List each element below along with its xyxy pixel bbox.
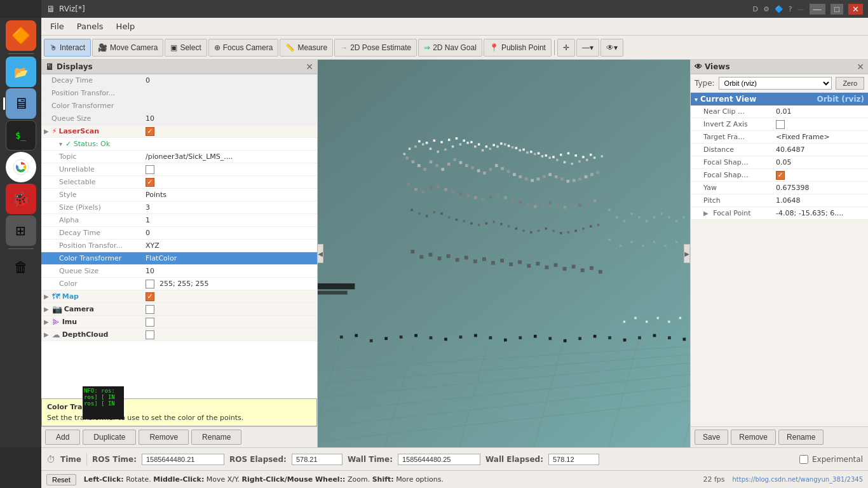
svg-rect-97 [556,203,559,207]
color-value[interactable]: 255; 255; 255 [143,278,317,290]
camera-checkbox[interactable] [146,305,154,314]
publish-point-button[interactable]: 📍 Publish Point [484,39,552,57]
menu-panels[interactable]: Panels [71,19,110,34]
toolbar-line-button[interactable]: —▾ [576,39,599,57]
wall-time-input[interactable] [398,454,480,465]
map-checkbox[interactable] [146,292,154,301]
map-row[interactable]: ▶ 🗺 Map [41,290,317,303]
svg-rect-95 [541,203,545,206]
decay-time-value[interactable]: 0 [143,227,317,238]
depthcloud-checkbox[interactable] [146,330,154,339]
near-clip-value[interactable]: 0.01 [773,106,868,117]
ros-elapsed-input[interactable] [292,454,342,465]
pos-transformer-value[interactable]: XYZ [143,240,317,251]
menu-help[interactable]: Help [110,19,142,34]
size-value[interactable]: 3 [143,202,317,213]
imu-row[interactable]: ▶ ⫸ Imu [41,316,317,329]
dock-rviz[interactable]: 🖥 [6,88,36,119]
svg-rect-197 [608,239,611,241]
displays-icon: 🖥 [45,62,54,72]
select-button[interactable]: ▣ Select [165,39,207,57]
laserscan-checkbox[interactable] [146,127,154,136]
publish-icon: 📍 [489,43,499,52]
laserscan-row[interactable]: ▶ ⚡ LaserScan [41,125,317,138]
nav-goal-button[interactable]: ⇒ 2D Nav Goal [418,39,482,57]
current-view-expand[interactable]: ▾ [695,96,698,103]
minimize-button[interactable]: — [810,4,825,15]
dock-terminal[interactable]: $_ [6,120,36,151]
interact-button[interactable]: 🖱 Interact [44,39,91,57]
reset-button[interactable]: Reset [46,474,76,485]
laserscan-expand[interactable]: ▶ [44,128,49,135]
status-expand[interactable]: ▾ [59,140,62,147]
rename-button[interactable]: Rename [191,430,241,445]
dock-ubuntu[interactable]: 🔶 [6,20,36,51]
viewport-collapse-right[interactable]: ▶ [684,244,690,263]
focus-camera-button[interactable]: ⊕ Focus Camera [208,39,279,57]
remove-button[interactable]: Remove [139,430,189,445]
svg-rect-110 [456,219,458,221]
distance-value[interactable]: 40.6487 [773,144,868,155]
ros-time-input[interactable] [142,454,224,465]
svg-rect-228 [581,268,585,272]
dock-chrome[interactable] [6,152,36,182]
menu-file[interactable]: File [44,19,71,34]
toolbar-eye-button[interactable]: 👁▾ [600,39,623,57]
style-row: Style Points [41,189,317,201]
camera-expand[interactable]: ▶ [44,306,49,313]
focal-point-value[interactable]: -4.08; -15.635; 6.... [773,208,868,219]
views-type-dropdown[interactable]: Orbit (rviz) [719,77,832,90]
map-expand[interactable]: ▶ [44,293,49,300]
alpha-value[interactable]: 1 [143,215,317,226]
depthcloud-expand[interactable]: ▶ [44,331,49,338]
views-icon: 👁 [695,62,702,71]
svg-rect-161 [444,338,447,341]
dock-trash[interactable]: 🗑 [6,252,36,282]
measure-button[interactable]: 📏 Measure [280,39,333,57]
duplicate-button[interactable]: Duplicate [83,430,136,445]
dock-ladybug[interactable]: 🐞 [6,184,36,214]
add-button[interactable]: Add [45,430,80,445]
yaw-value[interactable]: 0.675398 [773,182,868,193]
svg-rect-55 [471,166,474,170]
displays-close[interactable]: ✕ [306,62,313,72]
maximize-button[interactable]: □ [831,4,843,15]
focal-shape-checkbox[interactable] [776,171,785,180]
camera-row[interactable]: ▶ 📷 Camera [41,303,317,316]
pose-estimate-button[interactable]: → 2D Pose Estimate [334,39,417,57]
invert-z-checkbox[interactable] [776,120,785,129]
unreliable-checkbox[interactable] [146,165,154,174]
views-zero-button[interactable]: Zero [836,77,864,90]
displays-list[interactable]: Decay Time 0 Position Transfor... Color … [41,74,317,398]
target-frame-value[interactable]: <Fixed Frame> [773,132,868,142]
views-remove-button[interactable]: Remove [731,430,776,445]
dock-grid[interactable]: ⊞ [6,215,36,246]
selectable-checkbox[interactable] [146,178,154,187]
toolbar-crosshair-button[interactable]: ✛ [557,39,575,57]
svg-rect-23 [452,146,454,148]
collapse-arrow[interactable]: ◀ [317,244,323,263]
views-rename-button[interactable]: Rename [778,430,824,445]
move-camera-button[interactable]: 🎥 Move Camera [92,39,163,57]
svg-rect-96 [548,201,552,205]
style-value[interactable]: Points [143,189,317,200]
svg-rect-160 [430,336,433,339]
focal-point-expand[interactable]: ▶ [703,210,709,217]
views-save-button[interactable]: Save [695,430,728,445]
svg-rect-140 [492,144,495,147]
depthcloud-row[interactable]: ▶ ☁ DepthCloud [41,329,317,341]
dock-files[interactable]: 📂 [6,57,36,87]
row-value [143,92,317,95]
3d-viewport[interactable]: ▶ [318,60,690,447]
topic-value[interactable]: /pioneer3at/Sick_LMS_.... [143,151,317,162]
color-transformer-row[interactable]: Color Transformer FlatColor [41,252,317,265]
focal-shape-1-value[interactable]: 0.05 [773,157,868,168]
experimental-checkbox[interactable] [799,455,808,464]
views-close[interactable]: ✕ [857,62,864,72]
queue-size-value[interactable]: 10 [143,266,317,276]
pitch-value[interactable]: 1.0648 [773,195,868,206]
imu-checkbox[interactable] [146,318,154,327]
wall-elapsed-input[interactable] [548,454,599,465]
close-button[interactable]: ✕ [848,4,863,15]
imu-expand[interactable]: ▶ [44,318,49,325]
